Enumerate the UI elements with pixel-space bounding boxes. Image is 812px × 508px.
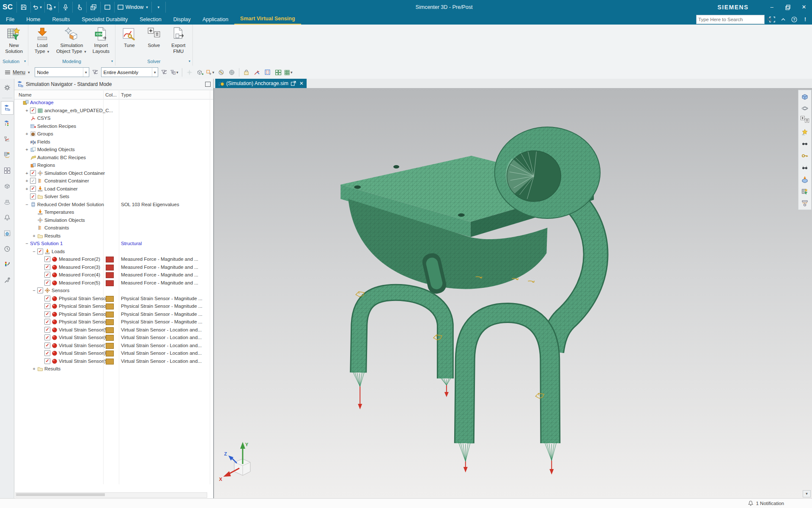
menu-smart-virtual-sensing[interactable]: Smart Virtual Sensing: [234, 13, 301, 25]
tree-row[interactable]: F[x]Fields: [14, 138, 213, 146]
tree-row[interactable]: ✓Physical Strain Sensor...Physical Strai…: [14, 310, 213, 318]
tree-row[interactable]: −✓Loads: [14, 248, 213, 256]
tree-item-label[interactable]: Loads: [52, 249, 65, 254]
tree-expander[interactable]: +: [32, 233, 36, 238]
tree-expander[interactable]: +: [25, 147, 29, 152]
color-table-icon[interactable]: [1, 149, 13, 161]
detach-tab-icon[interactable]: [291, 80, 296, 86]
fullscreen-icon[interactable]: [769, 16, 776, 23]
color-swatch[interactable]: [106, 280, 114, 286]
model-display-icon[interactable]: [800, 91, 810, 102]
column-color[interactable]: Col...: [105, 92, 117, 97]
shaded-view-icon[interactable]: [217, 68, 226, 77]
color-swatch[interactable]: [106, 296, 114, 302]
visibility-checkbox[interactable]: ✓: [37, 248, 43, 254]
load-summary-icon[interactable]: [800, 198, 810, 208]
tree-item-label[interactable]: Constraints: [44, 225, 69, 230]
selection-filter-reset-icon[interactable]: [91, 68, 100, 77]
tree-item-label[interactable]: Load Container: [44, 186, 78, 191]
tree-expander[interactable]: +: [25, 171, 29, 176]
tree-item-label[interactable]: Measured Force(5): [59, 280, 100, 285]
tree-row[interactable]: −SVS Solution 1Structural: [14, 240, 213, 248]
tree-item-label[interactable]: Fields: [37, 139, 50, 144]
tree-row[interactable]: +✓Simulation Object Container: [14, 169, 213, 177]
tree-item-label[interactable]: Measured Force(2): [59, 257, 100, 262]
restore-button[interactable]: [780, 0, 796, 14]
menu-selection[interactable]: Selection: [134, 14, 167, 25]
color-swatch[interactable]: [106, 265, 114, 271]
window-layout-icon[interactable]: [1, 164, 13, 177]
menu-application[interactable]: Application: [197, 14, 234, 25]
tree-item-label[interactable]: Solver Sets: [44, 194, 69, 199]
tree-expander[interactable]: +: [25, 108, 29, 113]
work-layer-icon[interactable]: [242, 68, 251, 77]
tree-row[interactable]: ✓Physical Strain Sensor...Physical Strai…: [14, 302, 213, 310]
tree-item-label[interactable]: Virtual Strain Sensor(8): [59, 351, 109, 356]
shaded-wireframe-icon[interactable]: [227, 68, 236, 77]
tree-item-label[interactable]: Virtual Strain Sensor(7): [59, 343, 109, 348]
tree-row[interactable]: ✓Virtual Strain Sensor(9)Virtual Strain …: [14, 357, 213, 365]
split-view-icon[interactable]: [274, 68, 283, 77]
tree-expander[interactable]: +: [32, 366, 36, 371]
horizontal-scrollbar[interactable]: [15, 492, 207, 498]
show-only-icon[interactable]: [195, 68, 205, 77]
undo-icon[interactable]: ▾: [31, 2, 45, 13]
window-layout-icon[interactable]: [101, 2, 115, 13]
tree-item-label[interactable]: Physical Strain Sensor...: [59, 319, 112, 324]
visibility-checkbox[interactable]: ✓: [44, 358, 50, 364]
visibility-checkbox[interactable]: ✓: [44, 319, 50, 325]
tree-item-label[interactable]: Reduced Order Model Solution: [37, 202, 104, 207]
tree-row[interactable]: ✓Virtual Strain Sensor(5)Virtual Strain …: [14, 326, 213, 334]
column-name[interactable]: Name: [19, 92, 32, 97]
ribbon-group-label[interactable]: Modeling▾: [28, 58, 115, 66]
tree-row[interactable]: +✓Load Container: [14, 185, 213, 193]
notification-label[interactable]: 1 Notification: [756, 501, 784, 506]
visibility-checkbox[interactable]: ✓: [44, 334, 50, 340]
tree-item-label[interactable]: Measured Force(4): [59, 272, 100, 277]
tree-row[interactable]: ✓Virtual Strain Sensor(6)Virtual Strain …: [14, 334, 213, 342]
settings-gear-icon[interactable]: [1, 81, 13, 94]
tree-item-label[interactable]: Virtual Strain Sensor(5): [59, 327, 109, 332]
visibility-checkbox[interactable]: ✓: [30, 193, 36, 199]
search-input[interactable]: [697, 17, 765, 22]
tree-row[interactable]: ✓Measured Force(5)Measured Force - Magni…: [14, 279, 213, 287]
tree-item-label[interactable]: Simulation Object Container: [44, 171, 105, 176]
menu-specialist-durability[interactable]: Specialist Durability: [76, 14, 134, 25]
find-in-model-icon[interactable]: [800, 139, 810, 149]
selection-filter-reset-icon[interactable]: [159, 68, 169, 77]
tree-row[interactable]: Regions: [14, 161, 213, 169]
import-layouts-button[interactable]: CSVImportLayouts: [89, 26, 113, 55]
viewport-scroll-down-button[interactable]: ▼: [803, 490, 811, 497]
search-model-icon[interactable]: [800, 163, 810, 173]
visibility-checkbox[interactable]: ✓: [44, 280, 50, 286]
tree-row[interactable]: Selection Recipes: [14, 122, 213, 130]
menu-results[interactable]: Results: [47, 14, 76, 25]
solve-icon[interactable]: [800, 115, 810, 125]
menu-home[interactable]: Home: [20, 14, 46, 25]
column-type[interactable]: Type: [121, 92, 132, 97]
tree-item-label[interactable]: SVS Solution 1: [30, 241, 63, 246]
tree-row[interactable]: −Reduced Order Model SolutionSOL 103 Rea…: [14, 201, 213, 209]
tree-item-label[interactable]: anchorage_erb_UPDATED_C...: [44, 108, 113, 113]
new-solution-button[interactable]: NewSolution: [2, 26, 26, 55]
visibility-checkbox[interactable]: ✓: [37, 287, 43, 293]
visibility-checkbox[interactable]: ✓: [44, 311, 50, 317]
layout-grid-icon[interactable]: ▾: [284, 68, 294, 77]
post-processing-navigator-icon[interactable]: [1, 117, 13, 130]
selection-scope-combo[interactable]: Node▾: [35, 67, 89, 77]
tree-row[interactable]: Temperatures: [14, 208, 213, 216]
tree-item-label[interactable]: Physical Strain Sensor...: [59, 304, 112, 309]
visibility-checkbox[interactable]: ✓: [44, 295, 50, 301]
tree-item-label[interactable]: Virtual Strain Sensor(9): [59, 359, 109, 364]
tree-item-label[interactable]: Automatic BC Recipes: [37, 155, 86, 160]
new-document-icon[interactable]: ▾: [45, 2, 59, 13]
web-browser-icon[interactable]: [1, 227, 13, 240]
tree-row[interactable]: Constraints: [14, 224, 213, 232]
tree-row[interactable]: +Results: [14, 365, 213, 373]
scrollbar-thumb[interactable]: [16, 493, 105, 496]
history-icon[interactable]: [1, 243, 13, 255]
assembly-scope-combo[interactable]: Entire Assembly▾: [101, 67, 158, 77]
visibility-checkbox[interactable]: ✓: [44, 272, 50, 278]
visibility-checkbox[interactable]: ✓: [44, 256, 50, 262]
tree-row[interactable]: ✓Virtual Strain Sensor(8)Virtual Strain …: [14, 349, 213, 357]
